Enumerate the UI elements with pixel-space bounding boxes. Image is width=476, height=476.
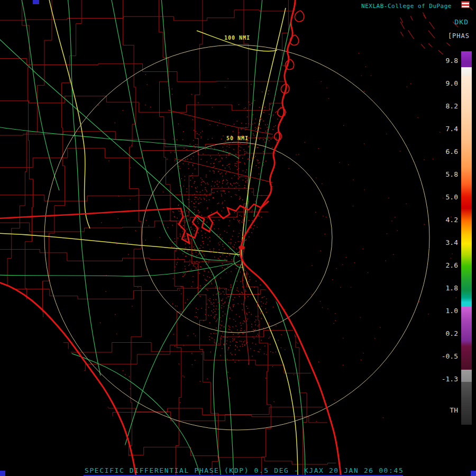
marker-square-top-left bbox=[33, 0, 39, 4]
range-ring-label-100nmi: 100 NMI bbox=[224, 35, 250, 41]
colorbar-tick: 1.0 bbox=[433, 307, 458, 315]
colorbar-tick: -0.5 bbox=[433, 352, 458, 361]
range-rings bbox=[44, 45, 429, 430]
range-ring-label-50nmi: 50 NMI bbox=[226, 135, 249, 141]
colorbar-tick: 2.6 bbox=[433, 261, 458, 270]
cod-logo-icon bbox=[461, 1, 470, 8]
radar-map[interactable] bbox=[0, 0, 476, 476]
coastline-gulf bbox=[0, 282, 136, 476]
marker-square-bottom-right bbox=[471, 471, 476, 476]
colorbar-tick: 8.2 bbox=[433, 102, 458, 111]
colorbar-tick: 3.4 bbox=[433, 239, 458, 247]
colorbar-tick: 7.4 bbox=[433, 125, 458, 133]
colorbar-tick: -1.3 bbox=[433, 375, 458, 383]
colorbar-tick: 5.8 bbox=[433, 170, 458, 179]
interstate-16 bbox=[197, 31, 277, 51]
radar-screen: NEXLAB-College of DuPage DKD [PHAS 9.89.… bbox=[0, 0, 476, 476]
radar-echo-speckles bbox=[97, 75, 286, 407]
colorbar-tick: 9.0 bbox=[433, 79, 458, 88]
interstate-10 bbox=[0, 233, 242, 255]
colorbar-threshold-label: TH bbox=[433, 406, 458, 415]
interstate-75 bbox=[49, 0, 90, 228]
site-title: NEXLAB-College of DuPage bbox=[361, 3, 452, 10]
colorbar-tick: 9.8 bbox=[433, 57, 458, 65]
product-unit: [PHAS bbox=[448, 32, 470, 40]
state-border-ga-fl bbox=[0, 201, 269, 243]
colorbar bbox=[461, 51, 472, 425]
interstate-95 bbox=[242, 8, 298, 476]
county-boundaries bbox=[0, 0, 349, 476]
colorbar-tick: 0.2 bbox=[433, 329, 458, 338]
product-code: DKD bbox=[455, 18, 469, 26]
river-mouth-return bbox=[239, 245, 245, 250]
range-ring-100nmi bbox=[44, 45, 429, 430]
colorbar-tick: 1.8 bbox=[433, 284, 458, 292]
range-ring-50nmi bbox=[142, 142, 332, 333]
colorbar-tick: 4.2 bbox=[433, 216, 458, 224]
status-bar-text: SPECIFIC DIFFERENTIAL PHASE (KDP) 0.5 DE… bbox=[85, 466, 404, 474]
marker-square-bottom-left bbox=[0, 471, 5, 476]
county-boundaries-layer bbox=[0, 0, 349, 476]
colorbar-tick: 6.6 bbox=[433, 148, 458, 156]
colorbar-tick: 5.0 bbox=[433, 193, 458, 202]
